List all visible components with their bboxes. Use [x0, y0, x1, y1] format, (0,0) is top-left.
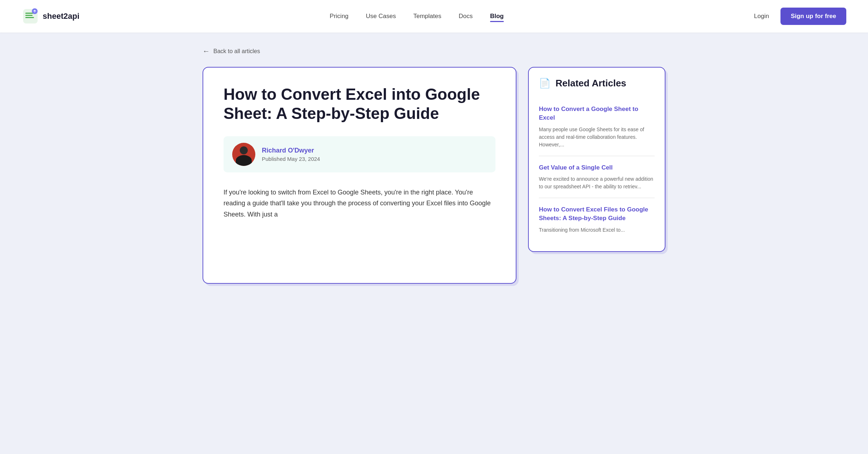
related-card: 📄 Related Articles How to Convert a Goog… — [528, 67, 665, 252]
logo-text: sheet2api — [43, 12, 80, 21]
svg-rect-2 — [25, 15, 33, 16]
article-title: How to Convert Excel into Google Sheet: … — [224, 85, 495, 123]
nav-pricing[interactable]: Pricing — [330, 13, 349, 20]
related-item-3-desc: Transitioning from Microsoft Excel to... — [539, 226, 655, 234]
related-header: 📄 Related Articles — [539, 78, 655, 89]
nav-blog[interactable]: Blog — [490, 13, 504, 20]
logo-link[interactable]: sheet2api — [22, 8, 80, 25]
related-item-2: Get Value of a Single Cell We're excited… — [539, 156, 655, 198]
logo-icon — [22, 8, 39, 25]
nav-docs[interactable]: Docs — [459, 13, 473, 20]
svg-rect-3 — [25, 17, 34, 18]
related-item-1: How to Convert a Google Sheet to Excel M… — [539, 98, 655, 156]
main-nav: Pricing Use Cases Templates Docs Blog — [330, 13, 504, 20]
article-body: If you're looking to switch from Excel t… — [224, 187, 495, 220]
related-item-3: How to Convert Excel Files to Google She… — [539, 198, 655, 241]
related-item-1-desc: Many people use Google Sheets for its ea… — [539, 126, 655, 149]
back-link[interactable]: ← Back to all articles — [203, 47, 665, 55]
related-item-1-title[interactable]: How to Convert a Google Sheet to Excel — [539, 105, 655, 122]
related-articles-icon: 📄 — [539, 78, 550, 89]
login-link[interactable]: Login — [754, 13, 769, 20]
related-title: Related Articles — [556, 78, 626, 89]
nav-use-cases[interactable]: Use Cases — [366, 13, 396, 20]
back-link-label: Back to all articles — [213, 48, 260, 55]
author-date: Published May 23, 2024 — [262, 156, 320, 162]
site-header: sheet2api Pricing Use Cases Templates Do… — [0, 0, 868, 33]
article-card: How to Convert Excel into Google Sheet: … — [203, 67, 516, 284]
header-right: Login Sign up for free — [754, 8, 846, 25]
author-box: Richard O'Dwyer Published May 23, 2024 — [224, 136, 495, 172]
related-item-3-title[interactable]: How to Convert Excel Files to Google She… — [539, 205, 655, 223]
signup-button[interactable]: Sign up for free — [780, 8, 846, 25]
back-arrow-icon: ← — [203, 47, 210, 55]
related-item-2-desc: We're excited to announce a powerful new… — [539, 175, 655, 190]
author-info: Richard O'Dwyer Published May 23, 2024 — [262, 147, 320, 162]
page-container: ← Back to all articles How to Convert Ex… — [181, 33, 687, 305]
related-item-2-title[interactable]: Get Value of a Single Cell — [539, 163, 655, 172]
sidebar: 📄 Related Articles How to Convert a Goog… — [528, 67, 665, 252]
author-name: Richard O'Dwyer — [262, 147, 320, 154]
content-layout: How to Convert Excel into Google Sheet: … — [203, 67, 665, 284]
author-avatar — [232, 143, 255, 166]
nav-templates[interactable]: Templates — [413, 13, 441, 20]
